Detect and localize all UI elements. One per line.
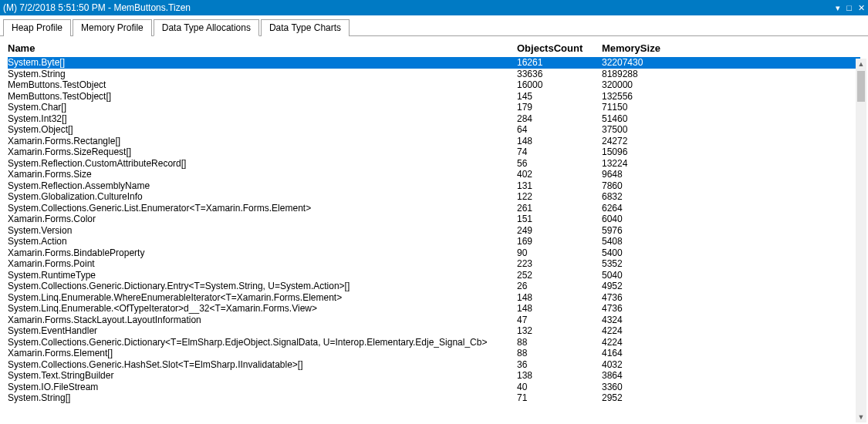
cell-name: MemButtons.TestObject[] [8,91,517,103]
cell-size: 4324 [602,315,687,326]
table-row[interactable]: System.Byte[]1626132207430 [8,57,860,69]
tab-bar: Heap ProfileMemory ProfileData Type Allo… [0,15,868,36]
cell-count: 26 [517,281,602,292]
cell-size: 132556 [602,91,687,103]
cell-name: Xamarin.Forms.SizeRequest[] [8,146,517,158]
table-row[interactable]: Xamarin.Forms.Size4029648 [8,169,860,180]
table-row[interactable]: System.Linq.Enumerable.<OfTypeIterator>d… [8,303,860,315]
cell-count: 138 [517,370,602,382]
column-header-count[interactable]: ObjectsCount [517,42,602,54]
cell-count: 252 [517,270,602,281]
cell-name: System.Text.StringBuilder [8,370,517,382]
dropdown-icon[interactable]: ▾ [836,3,840,13]
cell-name: Xamarin.Forms.StackLayout.LayoutInformat… [8,315,517,326]
cell-size: 3864 [602,370,687,382]
cell-name: System.Linq.Enumerable.WhereEnumerableIt… [8,292,517,304]
table-row[interactable]: System.EventHandler1324224 [8,325,860,337]
table-row[interactable]: System.Collections.Generic.List.Enumerat… [8,203,860,214]
cell-name: System.Version [8,225,517,237]
cell-name: Xamarin.Forms.Point [8,258,517,270]
cell-name: System.Linq.Enumerable.<OfTypeIterator>d… [8,303,517,315]
table-row[interactable]: Xamarin.Forms.Color1516040 [8,214,860,225]
cell-size: 8189288 [602,69,687,80]
table-row[interactable]: MemButtons.TestObject16000320000 [8,79,860,91]
table-row[interactable]: System.Collections.Generic.Dictionary.En… [8,281,860,292]
table-row[interactable]: Xamarin.Forms.SizeRequest[]7415096 [8,146,860,158]
cell-size: 320000 [602,79,687,91]
tab-data-type-allocations[interactable]: Data Type Allocations [154,19,259,36]
cell-name: Xamarin.Forms.BindableProperty [8,247,517,259]
table-row[interactable]: System.Int32[]28451460 [8,113,860,125]
title-bar: (M) 7/2/2018 5:51:50 PM - MemButtons.Tiz… [0,0,868,15]
table-row[interactable]: System.Reflection.CustomAttributeRecord[… [8,158,860,170]
tab-heap-profile[interactable]: Heap Profile [3,19,71,36]
cell-size: 6040 [602,214,687,225]
table-row[interactable]: Xamarin.Forms.BindableProperty905400 [8,247,860,259]
vertical-scrollbar[interactable]: ▲ ▼ [856,59,866,422]
cell-size: 3360 [602,382,687,393]
table-row[interactable]: System.Collections.Generic.Dictionary<T=… [8,337,860,348]
cell-count: 47 [517,315,602,326]
cell-name: System.Reflection.AssemblyName [8,180,517,192]
table-row[interactable]: System.RuntimeType2525040 [8,270,860,281]
table-row[interactable]: Xamarin.Forms.Element[]884164 [8,348,860,359]
table-row[interactable]: System.String[]712952 [8,392,860,404]
cell-size: 37500 [602,124,687,136]
cell-name: Xamarin.Forms.Rectangle[] [8,136,517,147]
table-row[interactable]: MemButtons.TestObject[]145132556 [8,91,860,103]
table-row[interactable]: System.Globalization.CultureInfo1226832 [8,191,860,203]
cell-size: 32207430 [602,57,687,69]
cell-count: 71 [517,392,602,404]
table-row[interactable]: System.Version2495976 [8,225,860,237]
cell-count: 16000 [517,79,602,91]
scroll-down-icon[interactable]: ▼ [856,412,866,422]
table-row[interactable]: System.IO.FileStream403360 [8,382,860,393]
table-row[interactable]: System.Text.StringBuilder1383864 [8,370,860,382]
cell-size: 71150 [602,102,687,113]
table-row[interactable]: Xamarin.Forms.Point2235352 [8,258,860,270]
maximize-icon[interactable]: □ [846,3,852,12]
table-row[interactable]: System.Object[]6437500 [8,124,860,136]
cell-size: 13224 [602,158,687,170]
table-row[interactable]: System.Linq.Enumerable.WhereEnumerableIt… [8,292,860,304]
table-row[interactable]: Xamarin.Forms.Rectangle[]14824272 [8,136,860,147]
cell-name: System.Collections.Generic.HashSet.Slot<… [8,359,517,371]
tab-memory-profile[interactable]: Memory Profile [73,19,152,36]
cell-count: 169 [517,236,602,247]
cell-name: System.EventHandler [8,325,517,337]
scrollbar-thumb[interactable] [857,71,865,102]
table-row[interactable]: System.Reflection.AssemblyName1317860 [8,180,860,192]
close-icon[interactable]: ✕ [858,3,865,13]
cell-count: 88 [517,348,602,359]
scroll-up-icon[interactable]: ▲ [856,59,866,69]
cell-size: 6832 [602,191,687,203]
cell-size: 4224 [602,325,687,337]
cell-size: 4952 [602,281,687,292]
column-header-name[interactable]: Name [8,42,517,54]
cell-count: 261 [517,203,602,214]
cell-count: 36 [517,359,602,371]
cell-name: System.RuntimeType [8,270,517,281]
cell-name: System.Action [8,236,517,247]
table-header: Name ObjectsCount MemorySize [0,36,868,57]
table-row[interactable]: Xamarin.Forms.StackLayout.LayoutInformat… [8,315,860,326]
cell-name: System.Int32[] [8,113,517,125]
table-row[interactable]: System.Action1695408 [8,236,860,247]
cell-count: 179 [517,102,602,113]
column-header-size[interactable]: MemorySize [602,42,687,54]
cell-name: System.Object[] [8,124,517,136]
cell-name: System.IO.FileStream [8,382,517,393]
table-row[interactable]: System.String336368189288 [8,69,860,80]
table-row[interactable]: System.Collections.Generic.HashSet.Slot<… [8,359,860,371]
cell-name: System.Collections.Generic.Dictionary.En… [8,281,517,292]
table-row[interactable]: System.Char[]17971150 [8,102,860,113]
cell-count: 151 [517,214,602,225]
cell-size: 51460 [602,113,687,125]
cell-name: Xamarin.Forms.Color [8,214,517,225]
cell-size: 5400 [602,247,687,259]
cell-size: 7860 [602,180,687,192]
cell-count: 90 [517,247,602,259]
tab-data-type-charts[interactable]: Data Type Charts [261,19,350,36]
cell-name: System.String [8,69,517,80]
cell-count: 148 [517,136,602,147]
